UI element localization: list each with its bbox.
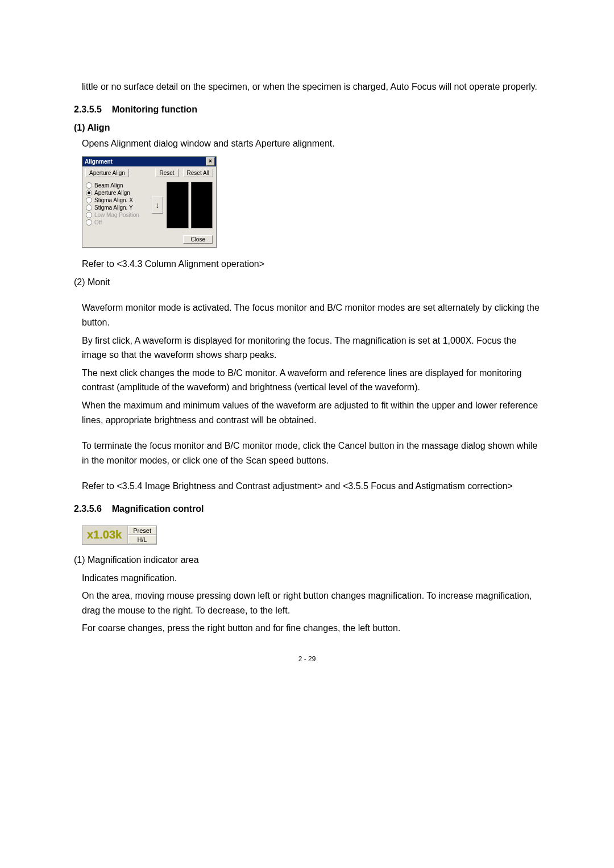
dialog-titlebar[interactable]: Alignment × bbox=[82, 157, 216, 166]
preview-pane-1 bbox=[167, 182, 189, 228]
mag-item1-l3: For coarse changes, press the right butt… bbox=[82, 621, 540, 636]
magnification-display[interactable]: x1.03k bbox=[82, 526, 128, 544]
radio-label: Stigma Align. X bbox=[94, 197, 133, 203]
radio-low-mag: Low Mag Position bbox=[86, 211, 148, 219]
mag-item1-heading: (1) Magnification indicator area bbox=[74, 553, 540, 567]
preset-button[interactable]: Preset bbox=[128, 526, 156, 535]
radio-label: Aperture Align bbox=[94, 190, 130, 196]
monit-ref: Refer to <3.5.4 Image Brightness and Con… bbox=[82, 479, 540, 494]
radio-label: Off bbox=[94, 219, 102, 226]
hl-button[interactable]: H/L bbox=[128, 535, 156, 544]
monit-p4: When the maximum and minimum values of t… bbox=[82, 398, 540, 427]
monit-heading: (2) Monit bbox=[74, 275, 540, 290]
section-2-3-5-6-heading: 2.3.5.6 Magnification control bbox=[74, 504, 540, 514]
section-2-3-5-5-heading: 2.3.5.5 Monitoring function bbox=[74, 105, 540, 115]
radio-label: Low Mag Position bbox=[94, 212, 139, 218]
close-icon[interactable]: × bbox=[206, 157, 215, 166]
monit-p5: To terminate the focus monitor and B/C m… bbox=[82, 439, 540, 468]
radio-aperture-align[interactable]: Aperture Align bbox=[86, 189, 148, 197]
section-title: Magnification control bbox=[112, 504, 204, 514]
radio-beam-align[interactable]: Beam Align bbox=[86, 182, 148, 189]
section-title: Monitoring function bbox=[112, 105, 197, 114]
monit-p3: The next click changes the mode to B/C m… bbox=[82, 366, 540, 395]
section-num: 2.3.5.5 bbox=[74, 105, 102, 114]
magnification-control: x1.03k Preset H/L bbox=[82, 525, 157, 545]
preview-pane-2 bbox=[191, 182, 213, 228]
arrow-down-icon[interactable]: ↓ bbox=[152, 197, 163, 214]
align-heading: (1) Align bbox=[74, 123, 540, 133]
align-ref: Refer to <3.4.3 Column Alignment operati… bbox=[82, 257, 540, 272]
mag-item1-l2: On the area, moving mouse pressing down … bbox=[82, 589, 540, 617]
current-mode-button[interactable]: Aperture Align bbox=[85, 169, 129, 177]
radio-stigma-x[interactable]: Stigma Align. X bbox=[86, 197, 148, 204]
align-desc: Opens Alignment dialog window and starts… bbox=[82, 136, 540, 151]
mag-item1-l1: Indicates magnification. bbox=[82, 571, 540, 586]
section-num: 2.3.5.6 bbox=[74, 504, 102, 514]
dialog-title: Alignment bbox=[85, 158, 113, 165]
radio-label: Stigma Align. Y bbox=[94, 205, 133, 211]
close-button[interactable]: Close bbox=[183, 235, 213, 244]
intro-paragraph: little or no surface detail on the speci… bbox=[82, 80, 540, 94]
radio-off[interactable]: Off bbox=[86, 219, 148, 226]
radio-label: Beam Align bbox=[94, 182, 123, 189]
monit-p1: Waveform monitor mode is activated. The … bbox=[82, 301, 540, 329]
reset-button[interactable]: Reset bbox=[155, 169, 178, 177]
alignment-options: Beam Align Aperture Align Stigma Align. … bbox=[86, 182, 148, 228]
monit-p2: By first click, A waveform is displayed … bbox=[82, 333, 540, 362]
page-number: 2 - 29 bbox=[74, 655, 540, 663]
reset-all-button[interactable]: Reset All bbox=[183, 169, 213, 177]
radio-stigma-y[interactable]: Stigma Align. Y bbox=[86, 204, 148, 211]
alignment-dialog: Alignment × Aperture Align Reset Reset A… bbox=[82, 156, 217, 248]
